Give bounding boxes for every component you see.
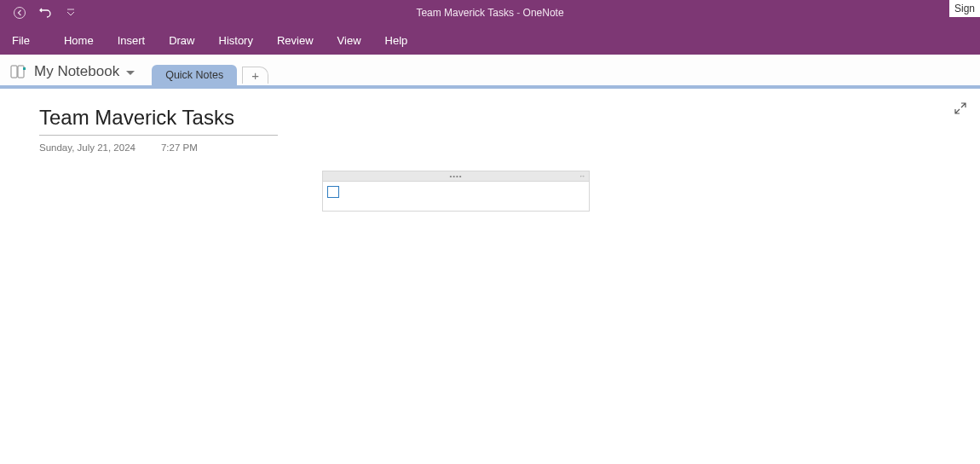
section-tab-active[interactable]: Quick Notes xyxy=(152,65,237,85)
document-title-text: Team Maverick Tasks xyxy=(416,7,513,19)
title-bar: Team Maverick Tasks - OneNote Sign xyxy=(0,0,980,26)
menu-history[interactable]: History xyxy=(207,34,265,47)
page-meta: Sunday, July 21, 2024 7:27 PM xyxy=(39,136,941,153)
note-body[interactable] xyxy=(322,181,590,212)
page-time[interactable]: 7:27 PM xyxy=(161,142,198,153)
menu-insert[interactable]: Insert xyxy=(106,34,158,47)
resize-icon[interactable]: ↔ xyxy=(579,172,585,180)
chevron-down-icon xyxy=(126,63,135,80)
notebook-icon xyxy=(10,65,27,78)
svg-rect-4 xyxy=(23,67,26,70)
expand-icon[interactable] xyxy=(954,102,968,116)
menu-home[interactable]: Home xyxy=(52,34,106,47)
menu-review[interactable]: Review xyxy=(265,34,326,47)
title-separator: - xyxy=(514,7,523,19)
sign-in-button[interactable]: Sign xyxy=(949,0,980,17)
menu-help[interactable]: Help xyxy=(373,34,420,47)
customize-qat-icon[interactable] xyxy=(63,5,78,20)
todo-checkbox[interactable] xyxy=(327,186,339,198)
menu-view[interactable]: View xyxy=(326,34,373,47)
note-container[interactable]: •••• ↔ xyxy=(322,171,590,212)
menu-draw[interactable]: Draw xyxy=(157,34,206,47)
page-date[interactable]: Sunday, July 21, 2024 xyxy=(39,142,135,153)
svg-point-0 xyxy=(14,8,26,19)
undo-icon[interactable] xyxy=(37,5,53,20)
notebook-bar: My Notebook Quick Notes + xyxy=(0,55,980,89)
window-title: Team Maverick Tasks - OneNote xyxy=(416,7,563,19)
app-name-text: OneNote xyxy=(523,7,564,19)
add-section-button[interactable]: + xyxy=(242,67,268,84)
menu-bar: File Home Insert Draw History Review Vie… xyxy=(0,26,980,55)
notebook-label: My Notebook xyxy=(34,63,119,80)
svg-rect-3 xyxy=(18,66,24,78)
menu-file[interactable]: File xyxy=(0,34,42,47)
page-title[interactable]: Team Maverick Tasks xyxy=(39,106,278,136)
notebook-selector[interactable]: My Notebook xyxy=(10,63,152,85)
note-container-handle[interactable]: •••• ↔ xyxy=(322,171,590,181)
back-icon[interactable] xyxy=(12,5,27,20)
page-area: Team Maverick Tasks Sunday, July 21, 202… xyxy=(0,89,980,464)
grip-icon: •••• xyxy=(449,173,462,180)
svg-rect-2 xyxy=(11,66,17,78)
quick-access-toolbar xyxy=(0,5,78,20)
